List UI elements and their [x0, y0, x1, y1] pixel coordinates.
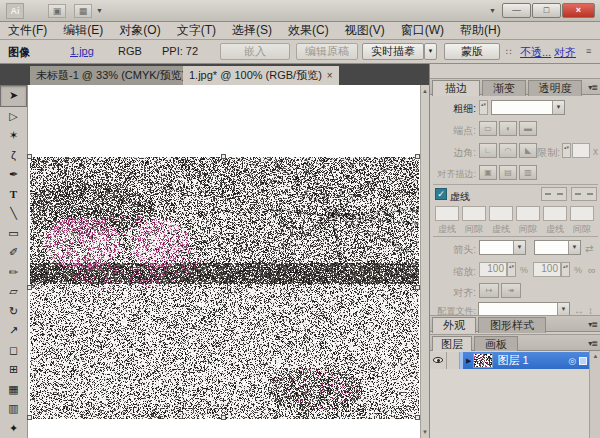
menu-object[interactable]: 对象(O): [111, 22, 168, 39]
arrowhead-start-dropdown[interactable]: ▼: [479, 240, 526, 255]
arrow-scale-start-field[interactable]: 100: [479, 262, 507, 277]
type-tool-icon[interactable]: T: [0, 185, 27, 205]
selection-handle[interactable]: [221, 154, 226, 159]
pen-tool-icon[interactable]: ✒: [0, 165, 27, 185]
selection-tool-icon[interactable]: ➤: [0, 85, 27, 107]
line-tool-icon[interactable]: ╲: [0, 204, 27, 224]
lasso-tool-icon[interactable]: ζ: [0, 146, 27, 166]
mask-button[interactable]: 蒙版: [444, 43, 500, 60]
illustrator-window: Ai ▣ ▦ ▼ ▼ — □ × 文件(F) 编辑(E) 对象(O) 文字(T)…: [0, 0, 600, 438]
menu-type[interactable]: 文字(T): [169, 22, 224, 39]
close-button[interactable]: ×: [562, 3, 595, 18]
dash-label: 虚线: [435, 223, 459, 236]
opacity-link[interactable]: 不透...: [520, 45, 551, 60]
menu-window[interactable]: 窗口(W): [393, 22, 452, 39]
doc-tab-1jpg[interactable]: 1.jpg* @ 100% (RGB/预览)×: [183, 66, 339, 85]
free-transform-tool-icon[interactable]: ◻: [0, 341, 27, 361]
menu-edit[interactable]: 编辑(E): [55, 22, 111, 39]
weight-dropdown[interactable]: ▼: [491, 100, 565, 115]
selection-handle[interactable]: [27, 415, 32, 420]
paintbrush-tool-icon[interactable]: ✐: [0, 243, 27, 263]
pencil-tool-icon[interactable]: ✏: [0, 263, 27, 283]
shape-builder-tool-icon[interactable]: ⊞: [0, 360, 27, 380]
panel-dock: 描边 渐变 透明度 ▾≣ 粗细: ▴▾ ▼ 端点: ▭ ◖ ▬ 边角: ∟ ◠ …: [429, 64, 600, 438]
gap-label: 间隙: [570, 223, 594, 236]
selection-handle[interactable]: [27, 154, 32, 159]
menu-help[interactable]: 帮助(H): [452, 22, 509, 39]
live-trace-button[interactable]: 实时描摹: [362, 43, 424, 60]
layer-color-stripe: [460, 352, 463, 369]
eyedropper-tool-icon[interactable]: ✦: [0, 419, 27, 438]
weight-spinner[interactable]: ▴▾: [479, 100, 488, 115]
magic-wand-tool-icon[interactable]: ✶: [0, 126, 27, 146]
menu-effect[interactable]: 效果(C): [280, 22, 337, 39]
layers-scroll-up-icon[interactable]: ▲: [590, 353, 600, 359]
tab-layers[interactable]: 图层: [432, 336, 472, 352]
scroll-up-icon[interactable]: ▲: [421, 86, 429, 96]
dashed-line-checkbox[interactable]: ✓: [435, 188, 447, 200]
gap-field-3[interactable]: [570, 206, 594, 221]
panel-menu-icon[interactable]: ▾≣: [588, 339, 597, 348]
minimize-button[interactable]: —: [502, 3, 531, 18]
panel-menu-icon[interactable]: ▾≣: [588, 320, 597, 329]
selection-handle[interactable]: [27, 285, 32, 290]
lock-cell[interactable]: [447, 352, 460, 369]
doc-tab-untitled[interactable]: 未标题-1 @ 33% (CMYK/预览)×: [30, 66, 203, 85]
arrowhead-start-dropdown-icon[interactable]: ▼: [513, 241, 525, 254]
mesh-tool-icon[interactable]: ▦: [0, 380, 27, 400]
menu-file[interactable]: 文件(F): [0, 22, 55, 39]
layer-selection-square[interactable]: [579, 357, 587, 365]
traced-image-canvas[interactable]: [30, 157, 419, 419]
tab-transparency[interactable]: 透明度: [528, 80, 582, 96]
menu-view[interactable]: 视图(V): [337, 22, 393, 39]
rectangle-tool-icon[interactable]: ▭: [0, 224, 27, 244]
dash-field-3[interactable]: [543, 206, 567, 221]
visibility-cell[interactable]: [430, 352, 447, 369]
layer-name[interactable]: 图层 1: [497, 353, 568, 368]
layer-thumbnail[interactable]: [473, 353, 493, 368]
doc-tab-1jpg-close-icon[interactable]: ×: [327, 70, 333, 81]
weight-dropdown-icon[interactable]: ▼: [552, 101, 564, 114]
dash-field-2[interactable]: [489, 206, 513, 221]
gradient-tool-icon[interactable]: ▥: [0, 399, 27, 419]
canvas-vertical-scrollbar[interactable]: ▲ ▼: [420, 85, 429, 438]
swap-arrowheads-icon[interactable]: ⇄: [585, 243, 599, 254]
arrange-documents-chevron-icon[interactable]: ▼: [96, 7, 103, 14]
tab-appearance[interactable]: 外观: [432, 317, 476, 333]
align-link[interactable]: 对齐: [554, 45, 576, 60]
menu-select[interactable]: 选择(S): [224, 22, 280, 39]
direct-selection-tool-icon[interactable]: ▷: [0, 107, 27, 127]
tab-stroke[interactable]: 描边: [432, 80, 480, 96]
layers-scrollbar[interactable]: ▲: [589, 351, 600, 438]
bridge-icon[interactable]: ▣: [48, 4, 66, 18]
scroll-down-icon[interactable]: ▼: [421, 427, 429, 437]
file-name-link[interactable]: 1.jpg: [70, 45, 94, 57]
layer-target-icon[interactable]: ◎: [568, 356, 576, 366]
live-trace-dropdown-icon[interactable]: ▼: [424, 43, 437, 60]
layer-expand-icon[interactable]: ▶: [466, 357, 471, 365]
arrowhead-end-dropdown[interactable]: ▼: [534, 240, 581, 255]
selection-handle[interactable]: [221, 415, 226, 420]
eye-icon[interactable]: [433, 357, 443, 363]
restore-button[interactable]: □: [532, 3, 561, 18]
gap-field-2[interactable]: [516, 206, 540, 221]
arrowhead-end-dropdown-icon[interactable]: ▼: [568, 241, 580, 254]
percent-sign: %: [574, 265, 582, 275]
control-panel-menu-icon[interactable]: ≡: [586, 46, 591, 56]
tab-graphic-styles[interactable]: 图形样式: [478, 317, 546, 333]
eraser-tool-icon[interactable]: ▱: [0, 282, 27, 302]
arrange-documents-icon[interactable]: ▦: [74, 4, 92, 18]
dash-field-1[interactable]: [435, 206, 459, 221]
panel-menu-icon[interactable]: ▾≣: [588, 83, 597, 92]
gap-field-1[interactable]: [462, 206, 486, 221]
app-bar-chevron-icon[interactable]: ▼: [489, 7, 496, 14]
miter-limit-field: [572, 143, 590, 158]
weight-label: 粗细:: [430, 102, 476, 116]
layer-row-selected[interactable]: ▶ 图层 1 ◎: [460, 352, 589, 369]
layer-row[interactable]: ▶ 图层 1 ◎: [430, 352, 589, 369]
tab-gradient[interactable]: 渐变: [482, 80, 526, 96]
scale-tool-icon[interactable]: ↗: [0, 321, 27, 341]
rotate-tool-icon[interactable]: ↻: [0, 302, 27, 322]
arrow-scale-end-field[interactable]: 100: [533, 262, 561, 277]
tab-artboards[interactable]: 画板: [474, 336, 518, 352]
